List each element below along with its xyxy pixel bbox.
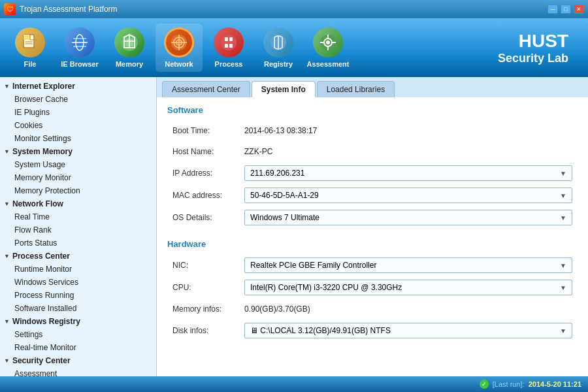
- minimize-button[interactable]: ─: [547, 5, 558, 14]
- sidebar-group-security-header[interactable]: ▼ Security Center: [0, 354, 156, 367]
- ip-dropdown[interactable]: 211.69.206.231 ▼: [244, 165, 572, 181]
- main-content: ▼ Internet Explorer Browser Cache IE Plu…: [0, 77, 588, 376]
- title-bar-left: 🛡 Trojan Assessment Platform: [4, 3, 118, 15]
- sidebar-group-process-header[interactable]: ▼ Process Center: [0, 250, 156, 263]
- host-name-value-cell: ZZK-PC: [239, 141, 578, 162]
- table-row-boot-time: Boot Time: 2014-06-13 08:38:17: [167, 120, 578, 141]
- sidebar-group-memory: ▼ System Memory System Usage Memory Moni…: [0, 145, 156, 197]
- process-icon: [214, 27, 244, 57]
- nic-value: Realtek PCIe GBE Family Controller: [250, 261, 376, 270]
- toolbar-process[interactable]: Process: [205, 24, 252, 72]
- sidebar-item-browser-cache[interactable]: Browser Cache: [0, 93, 156, 106]
- table-row-cpu: CPU: Intel(R) Core(TM) i3-3220 CPU @ 3.3…: [167, 276, 578, 299]
- ip-value: 211.69.206.231: [250, 169, 304, 178]
- hardware-section-title: Hardware: [167, 239, 578, 249]
- toolbar: File IE Browser Memory Network Process: [0, 18, 588, 77]
- window-controls: ─ □ ✕: [547, 5, 584, 14]
- sidebar-group-memory-label: System Memory: [12, 147, 73, 156]
- os-value: Windows 7 Ultimate: [250, 213, 319, 222]
- status-value: 2014-5-20 11:21: [529, 380, 581, 388]
- sidebar-item-windows-services[interactable]: Windows Services: [0, 276, 156, 289]
- sidebar-item-memory-monitor[interactable]: Memory Monitor: [0, 171, 156, 184]
- arrow-icon: ▼: [4, 201, 10, 207]
- sidebar-group-registry: ▼ Windows Registry Settings Real-time Mo…: [0, 315, 156, 354]
- svg-point-30: [326, 41, 330, 44]
- toolbar-memory-label: Memory: [116, 60, 143, 68]
- sidebar-group-ie: ▼ Internet Explorer Browser Cache IE Plu…: [0, 80, 156, 145]
- os-dropdown-arrow: ▼: [560, 214, 566, 221]
- sidebar-group-registry-label: Windows Registry: [12, 317, 80, 326]
- cpu-value: Intel(R) Core(TM) i3-3220 CPU @ 3.30GHz: [250, 283, 402, 292]
- sidebar-group-ie-header[interactable]: ▼ Internet Explorer: [0, 80, 156, 93]
- cpu-value-cell: Intel(R) Core(TM) i3-3220 CPU @ 3.30GHz …: [239, 276, 578, 299]
- software-info-table: Boot Time: 2014-06-13 08:38:17 Host Name…: [167, 120, 578, 229]
- toolbar-registry[interactable]: Registry: [255, 24, 302, 72]
- toolbar-logo: HUST Security Lab: [498, 31, 581, 65]
- disk-value: 🖥 C:\LOCAL 3.12(GB)/49.91(GB) NTFS: [250, 326, 391, 335]
- sidebar-item-monitor-settings[interactable]: Monitor Settings: [0, 132, 156, 145]
- nic-dropdown[interactable]: Realtek PCIe GBE Family Controller ▼: [244, 257, 572, 273]
- tab-assessment-center[interactable]: Assessment Center: [162, 81, 250, 97]
- os-label: OS Details:: [167, 206, 239, 229]
- sidebar-item-software-installed[interactable]: Software Installed: [0, 302, 156, 315]
- tab-system-info[interactable]: System Info: [252, 81, 316, 97]
- ip-label: IP Address:: [167, 162, 239, 184]
- memory-value-cell: 0.90(GB)/3.70(GB): [239, 299, 578, 319]
- disk-dropdown[interactable]: 🖥 C:\LOCAL 3.12(GB)/49.91(GB) NTFS ▼: [244, 323, 572, 338]
- sidebar-item-settings[interactable]: Settings: [0, 328, 156, 341]
- sidebar: ▼ Internet Explorer Browser Cache IE Plu…: [0, 77, 157, 376]
- sidebar-group-registry-header[interactable]: ▼ Windows Registry: [0, 315, 156, 328]
- toolbar-network[interactable]: Network: [155, 24, 203, 72]
- svg-rect-20: [225, 44, 228, 48]
- sidebar-item-ie-plugins[interactable]: IE Plugins: [0, 106, 156, 119]
- sidebar-item-runtime-monitor[interactable]: Runtime Monitor: [0, 263, 156, 276]
- sidebar-item-ports-status[interactable]: Ports Status: [0, 237, 156, 250]
- sidebar-item-memory-protection[interactable]: Memory Protection: [0, 184, 156, 197]
- sidebar-item-flow-rank[interactable]: Flow Rank: [0, 223, 156, 237]
- cpu-label: CPU:: [167, 276, 239, 299]
- sidebar-group-network-header[interactable]: ▼ Network Flow: [0, 197, 156, 210]
- toolbar-file[interactable]: File: [7, 24, 54, 72]
- arrow-icon: ▼: [4, 83, 10, 90]
- maximize-button[interactable]: □: [561, 5, 571, 14]
- sidebar-item-realtime-monitor[interactable]: Real-time Monitor: [0, 341, 156, 354]
- toolbar-memory[interactable]: Memory: [106, 24, 153, 72]
- sidebar-item-system-usage[interactable]: System Usage: [0, 158, 156, 171]
- sidebar-group-memory-header[interactable]: ▼ System Memory: [0, 145, 156, 158]
- memory-label: Memory infos:: [167, 299, 239, 319]
- table-row-host-name: Host Name: ZZK-PC: [167, 141, 578, 162]
- status-icon: ✓: [480, 380, 489, 389]
- toolbar-assessment[interactable]: Assessment: [304, 24, 351, 72]
- network-icon: [164, 27, 194, 57]
- nic-dropdown-arrow: ▼: [560, 262, 566, 269]
- sidebar-group-network: ▼ Network Flow Real Time Flow Rank Ports…: [0, 197, 156, 250]
- app-icon: 🛡: [4, 3, 16, 15]
- mac-value-cell: 50-46-5D-5A-A1-29 ▼: [239, 184, 578, 206]
- ip-value-cell: 211.69.206.231 ▼: [239, 162, 578, 184]
- toolbar-network-label: Network: [165, 60, 193, 68]
- toolbar-items: File IE Browser Memory Network Process: [7, 24, 351, 72]
- registry-icon: [263, 27, 293, 57]
- table-row-disk: Disk infos: 🖥 C:\LOCAL 3.12(GB)/49.91(GB…: [167, 319, 578, 342]
- ie-icon: [65, 27, 95, 57]
- tab-loaded-libraries[interactable]: Loaded Libraries: [317, 81, 395, 97]
- sidebar-item-assessment[interactable]: Assessment: [0, 367, 156, 376]
- toolbar-assessment-label: Assessment: [307, 60, 350, 68]
- boot-time-value: 2014-06-13 08:38:17: [244, 123, 572, 138]
- mac-value: 50-46-5D-5A-A1-29: [250, 191, 319, 200]
- sidebar-item-cookies[interactable]: Cookies: [0, 119, 156, 132]
- mac-dropdown[interactable]: 50-46-5D-5A-A1-29 ▼: [244, 188, 572, 203]
- close-button[interactable]: ✕: [574, 5, 584, 14]
- sidebar-item-process-running[interactable]: Process Running: [0, 289, 156, 302]
- toolbar-ie[interactable]: IE Browser: [56, 24, 103, 72]
- memory-icon: [114, 27, 144, 57]
- cpu-dropdown[interactable]: Intel(R) Core(TM) i3-3220 CPU @ 3.30GHz …: [244, 280, 572, 295]
- sidebar-item-real-time[interactable]: Real Time: [0, 210, 156, 223]
- sidebar-group-security-label: Security Center: [12, 356, 71, 365]
- nic-value-cell: Realtek PCIe GBE Family Controller ▼: [239, 254, 578, 276]
- arrow-icon: ▼: [4, 253, 10, 259]
- toolbar-ie-label: IE Browser: [61, 60, 98, 68]
- os-dropdown[interactable]: Windows 7 Ultimate ▼: [244, 210, 572, 225]
- toolbar-file-label: File: [24, 60, 37, 68]
- svg-rect-19: [229, 37, 233, 41]
